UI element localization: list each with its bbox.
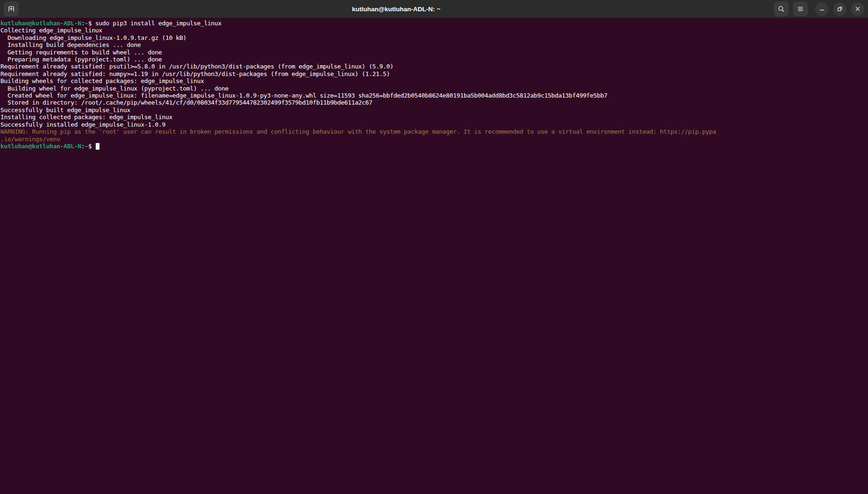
terminal-line: kutluhan@kutluhan-ADL-N:~$ sudo pip3 ins… [0,20,868,27]
terminal-line: Created wheel for edge_impulse_linux: fi… [0,92,868,99]
new-tab-button[interactable] [4,1,19,16]
terminal-line: Preparing metadata (pyproject.toml) ... … [0,56,868,63]
terminal-line: Getting requirements to build wheel ... … [0,49,868,56]
menu-button[interactable] [793,1,808,16]
terminal-line: .io/warnings/venv [0,136,868,143]
terminal-line: Downloading edge_impulse_linux-1.0.9.tar… [0,34,868,41]
terminal-line: Requirement already satisfied: numpy>=1.… [0,70,868,77]
terminal-line: Successfully installed edge_impulse_linu… [0,121,868,128]
hamburger-menu-icon [797,5,804,13]
terminal-output[interactable]: kutluhan@kutluhan-ADL-N:~$ sudo pip3 ins… [0,18,868,494]
terminal-line: Installing collected packages: edge_impu… [0,114,868,121]
search-icon [777,5,785,13]
minimize-button[interactable] [815,2,829,16]
terminal-cursor [96,143,99,150]
window-controls [774,1,864,16]
new-tab-icon [8,5,15,13]
terminal-line: kutluhan@kutluhan-ADL-N:~$ [0,143,868,150]
terminal-line: Requirement already satisfied: psutil>=5… [0,63,868,70]
window-titlebar: kutluhan@kutluhan-ADL-N: ~ [0,0,868,18]
window-title: kutluhan@kutluhan-ADL-N: ~ [23,6,770,13]
close-icon [854,6,861,12]
close-button[interactable] [851,2,864,16]
minimize-icon [819,6,825,12]
terminal-line: Successfully built edge_impulse_linux [0,106,868,114]
terminal-line: Stored in directory: /root/.cache/pip/wh… [0,99,868,106]
terminal-line: Installing build dependencies ... done [0,41,868,48]
terminal-line: Collecting edge_impulse_linux [0,27,868,34]
search-button[interactable] [774,1,789,16]
restore-window-icon [837,6,843,12]
terminal-line: WARNING: Running pip as the 'root' user … [0,128,868,135]
terminal-line: Building wheels for collected packages: … [0,77,868,84]
terminal-line: Building wheel for edge_impulse_linux (p… [0,85,868,92]
restore-window-button[interactable] [833,2,846,16]
